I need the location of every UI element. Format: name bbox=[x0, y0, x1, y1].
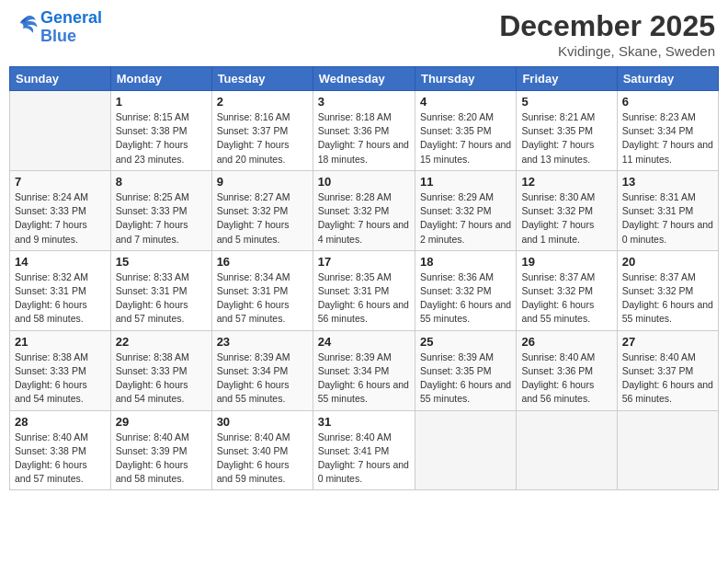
weekday-header-wednesday: Wednesday bbox=[313, 67, 415, 91]
day-cell: 17Sunrise: 8:35 AM Sunset: 3:31 PM Dayli… bbox=[313, 250, 415, 330]
day-info: Sunrise: 8:23 AM Sunset: 3:34 PM Dayligh… bbox=[622, 110, 713, 167]
day-number: 6 bbox=[622, 95, 713, 109]
day-cell: 19Sunrise: 8:37 AM Sunset: 3:32 PM Dayli… bbox=[517, 250, 617, 330]
day-info: Sunrise: 8:40 AM Sunset: 3:40 PM Dayligh… bbox=[217, 431, 308, 487]
day-info: Sunrise: 8:33 AM Sunset: 3:31 PM Dayligh… bbox=[116, 270, 207, 327]
logo-icon bbox=[13, 13, 39, 39]
day-info: Sunrise: 8:39 AM Sunset: 3:34 PM Dayligh… bbox=[217, 350, 308, 407]
day-number: 7 bbox=[15, 175, 106, 189]
day-number: 16 bbox=[217, 255, 308, 269]
day-info: Sunrise: 8:37 AM Sunset: 3:32 PM Dayligh… bbox=[622, 270, 713, 327]
day-info: Sunrise: 8:15 AM Sunset: 3:38 PM Dayligh… bbox=[116, 110, 207, 167]
month-title: December 2025 bbox=[499, 9, 715, 43]
day-info: Sunrise: 8:29 AM Sunset: 3:32 PM Dayligh… bbox=[420, 190, 511, 247]
day-number: 15 bbox=[116, 255, 207, 269]
day-number: 21 bbox=[15, 335, 106, 349]
day-number: 20 bbox=[622, 255, 713, 269]
day-cell: 29Sunrise: 8:40 AM Sunset: 3:39 PM Dayli… bbox=[110, 410, 211, 490]
day-info: Sunrise: 8:28 AM Sunset: 3:32 PM Dayligh… bbox=[318, 190, 410, 247]
day-cell bbox=[10, 91, 111, 171]
day-cell: 26Sunrise: 8:40 AM Sunset: 3:36 PM Dayli… bbox=[517, 330, 617, 410]
weekday-header-tuesday: Tuesday bbox=[211, 67, 313, 91]
week-row-4: 21Sunrise: 8:38 AM Sunset: 3:33 PM Dayli… bbox=[10, 330, 719, 410]
day-cell: 8Sunrise: 8:25 AM Sunset: 3:33 PM Daylig… bbox=[110, 170, 211, 250]
day-number: 25 bbox=[420, 335, 511, 349]
day-cell: 27Sunrise: 8:40 AM Sunset: 3:37 PM Dayli… bbox=[617, 330, 718, 410]
day-number: 29 bbox=[116, 415, 207, 429]
day-number: 26 bbox=[521, 335, 611, 349]
day-info: Sunrise: 8:40 AM Sunset: 3:38 PM Dayligh… bbox=[15, 431, 106, 487]
week-row-5: 28Sunrise: 8:40 AM Sunset: 3:38 PM Dayli… bbox=[10, 410, 719, 490]
day-number: 31 bbox=[318, 415, 410, 429]
day-info: Sunrise: 8:25 AM Sunset: 3:33 PM Dayligh… bbox=[116, 190, 207, 247]
day-number: 10 bbox=[318, 175, 410, 189]
logo-text-general: General bbox=[40, 9, 102, 28]
day-cell: 1Sunrise: 8:15 AM Sunset: 3:38 PM Daylig… bbox=[110, 91, 211, 171]
day-cell: 7Sunrise: 8:24 AM Sunset: 3:33 PM Daylig… bbox=[10, 170, 111, 250]
weekday-header-sunday: Sunday bbox=[10, 67, 111, 91]
logo: General Blue bbox=[13, 9, 102, 46]
day-number: 17 bbox=[318, 255, 410, 269]
day-number: 28 bbox=[15, 415, 106, 429]
logo-text-blue: Blue bbox=[40, 28, 102, 46]
day-info: Sunrise: 8:40 AM Sunset: 3:41 PM Dayligh… bbox=[318, 431, 410, 487]
day-cell: 6Sunrise: 8:23 AM Sunset: 3:34 PM Daylig… bbox=[617, 91, 718, 171]
day-number: 18 bbox=[420, 255, 511, 269]
day-cell bbox=[617, 410, 718, 490]
day-info: Sunrise: 8:39 AM Sunset: 3:34 PM Dayligh… bbox=[318, 350, 410, 407]
day-number: 8 bbox=[116, 175, 207, 189]
weekday-header-saturday: Saturday bbox=[617, 67, 718, 91]
day-cell: 20Sunrise: 8:37 AM Sunset: 3:32 PM Dayli… bbox=[617, 250, 718, 330]
day-cell: 21Sunrise: 8:38 AM Sunset: 3:33 PM Dayli… bbox=[10, 330, 111, 410]
day-info: Sunrise: 8:31 AM Sunset: 3:31 PM Dayligh… bbox=[622, 190, 713, 247]
week-row-3: 14Sunrise: 8:32 AM Sunset: 3:31 PM Dayli… bbox=[10, 250, 719, 330]
day-info: Sunrise: 8:38 AM Sunset: 3:33 PM Dayligh… bbox=[15, 350, 106, 407]
title-block: December 2025 Kvidinge, Skane, Sweden bbox=[499, 9, 715, 59]
day-info: Sunrise: 8:34 AM Sunset: 3:31 PM Dayligh… bbox=[217, 270, 308, 327]
day-number: 13 bbox=[622, 175, 713, 189]
day-cell: 15Sunrise: 8:33 AM Sunset: 3:31 PM Dayli… bbox=[110, 250, 211, 330]
day-number: 23 bbox=[217, 335, 308, 349]
day-number: 3 bbox=[318, 95, 410, 109]
day-cell: 22Sunrise: 8:38 AM Sunset: 3:33 PM Dayli… bbox=[110, 330, 211, 410]
day-cell bbox=[415, 410, 516, 490]
day-info: Sunrise: 8:40 AM Sunset: 3:39 PM Dayligh… bbox=[116, 431, 207, 487]
header-row: SundayMondayTuesdayWednesdayThursdayFrid… bbox=[10, 67, 719, 91]
day-info: Sunrise: 8:32 AM Sunset: 3:31 PM Dayligh… bbox=[15, 270, 106, 327]
day-info: Sunrise: 8:39 AM Sunset: 3:35 PM Dayligh… bbox=[420, 350, 511, 407]
weekday-header-friday: Friday bbox=[517, 67, 617, 91]
day-cell: 14Sunrise: 8:32 AM Sunset: 3:31 PM Dayli… bbox=[10, 250, 111, 330]
day-cell: 18Sunrise: 8:36 AM Sunset: 3:32 PM Dayli… bbox=[415, 250, 516, 330]
day-cell bbox=[517, 410, 617, 490]
day-cell: 12Sunrise: 8:30 AM Sunset: 3:32 PM Dayli… bbox=[517, 170, 617, 250]
day-cell: 13Sunrise: 8:31 AM Sunset: 3:31 PM Dayli… bbox=[617, 170, 718, 250]
weekday-header-thursday: Thursday bbox=[415, 67, 516, 91]
week-row-2: 7Sunrise: 8:24 AM Sunset: 3:33 PM Daylig… bbox=[10, 170, 719, 250]
day-number: 11 bbox=[420, 175, 511, 189]
day-cell: 5Sunrise: 8:21 AM Sunset: 3:35 PM Daylig… bbox=[517, 91, 617, 171]
day-cell: 3Sunrise: 8:18 AM Sunset: 3:36 PM Daylig… bbox=[313, 91, 415, 171]
day-cell: 25Sunrise: 8:39 AM Sunset: 3:35 PM Dayli… bbox=[415, 330, 516, 410]
day-cell: 23Sunrise: 8:39 AM Sunset: 3:34 PM Dayli… bbox=[211, 330, 313, 410]
day-info: Sunrise: 8:27 AM Sunset: 3:32 PM Dayligh… bbox=[217, 190, 308, 247]
day-number: 22 bbox=[116, 335, 207, 349]
day-info: Sunrise: 8:40 AM Sunset: 3:36 PM Dayligh… bbox=[521, 350, 611, 407]
day-info: Sunrise: 8:35 AM Sunset: 3:31 PM Dayligh… bbox=[318, 270, 410, 327]
page-header: General Blue December 2025 Kvidinge, Ska… bbox=[9, 9, 719, 59]
day-number: 2 bbox=[217, 95, 308, 109]
day-cell: 28Sunrise: 8:40 AM Sunset: 3:38 PM Dayli… bbox=[10, 410, 111, 490]
day-number: 9 bbox=[217, 175, 308, 189]
calendar-table: SundayMondayTuesdayWednesdayThursdayFrid… bbox=[9, 66, 719, 490]
day-info: Sunrise: 8:30 AM Sunset: 3:32 PM Dayligh… bbox=[521, 190, 611, 247]
day-cell: 30Sunrise: 8:40 AM Sunset: 3:40 PM Dayli… bbox=[211, 410, 313, 490]
day-info: Sunrise: 8:36 AM Sunset: 3:32 PM Dayligh… bbox=[420, 270, 511, 327]
day-cell: 31Sunrise: 8:40 AM Sunset: 3:41 PM Dayli… bbox=[313, 410, 415, 490]
day-info: Sunrise: 8:16 AM Sunset: 3:37 PM Dayligh… bbox=[217, 110, 308, 167]
day-info: Sunrise: 8:18 AM Sunset: 3:36 PM Dayligh… bbox=[318, 110, 410, 167]
day-number: 30 bbox=[217, 415, 308, 429]
day-number: 4 bbox=[420, 95, 511, 109]
day-number: 12 bbox=[521, 175, 611, 189]
day-cell: 10Sunrise: 8:28 AM Sunset: 3:32 PM Dayli… bbox=[313, 170, 415, 250]
day-cell: 11Sunrise: 8:29 AM Sunset: 3:32 PM Dayli… bbox=[415, 170, 516, 250]
day-cell: 2Sunrise: 8:16 AM Sunset: 3:37 PM Daylig… bbox=[211, 91, 313, 171]
